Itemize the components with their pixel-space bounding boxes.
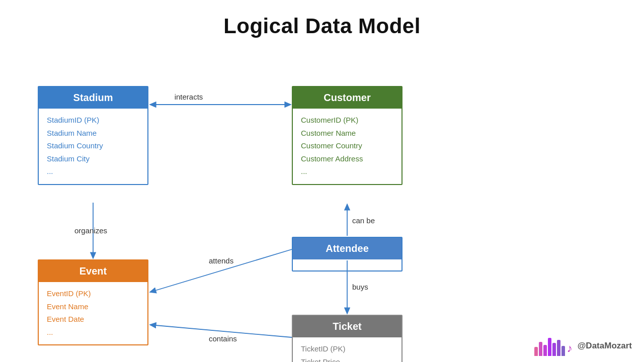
customer-body: CustomerID (PK) Customer Name Customer C…	[293, 109, 401, 184]
field: ...	[301, 165, 393, 178]
ticket-body: TicketID (PK) Ticket Price Ticket Catego…	[293, 337, 401, 362]
arrow-contains	[150, 325, 292, 337]
branding: ♪ @DataMozart	[534, 336, 632, 356]
attendee-body	[293, 259, 401, 270]
brand-logo: ♪	[534, 336, 573, 356]
ticket-header: Ticket	[293, 316, 401, 337]
label-contains: contains	[209, 334, 237, 343]
field: ...	[47, 165, 139, 178]
field: Ticket Price	[301, 355, 393, 363]
field: ...	[47, 326, 139, 339]
field: CustomerID (PK)	[301, 114, 393, 127]
label-organizes: organizes	[74, 226, 107, 235]
page-title: Logical Data Model	[0, 0, 644, 43]
entity-stadium: Stadium StadiumID (PK) Stadium Name Stad…	[38, 86, 148, 185]
field: Customer Address	[301, 152, 393, 165]
stadium-header: Stadium	[39, 87, 147, 109]
label-attends: attends	[209, 256, 233, 265]
field: Stadium City	[47, 152, 139, 165]
event-body: EventID (PK) Event Name Event Date ...	[39, 282, 147, 344]
field: Customer Country	[301, 139, 393, 152]
brand-name-text: @DataMozart	[578, 341, 632, 351]
entity-ticket: Ticket TicketID (PK) Ticket Price Ticket…	[292, 315, 403, 362]
field: StadiumID (PK)	[47, 114, 139, 127]
field: Stadium Name	[47, 127, 139, 140]
event-header: Event	[39, 260, 147, 282]
attendee-header: Attendee	[293, 238, 401, 259]
field: EventID (PK)	[47, 287, 139, 300]
field: Customer Name	[301, 127, 393, 140]
label-interacts: interacts	[175, 93, 203, 101]
field: Event Date	[47, 313, 139, 326]
diagram-area: Stadium StadiumID (PK) Stadium Name Stad…	[0, 43, 644, 362]
entity-customer: Customer CustomerID (PK) Customer Name C…	[292, 86, 403, 185]
arrow-attends	[150, 249, 292, 292]
label-buys: buys	[352, 283, 368, 291]
entity-event: Event EventID (PK) Event Name Event Date…	[38, 259, 148, 345]
field: Stadium Country	[47, 139, 139, 152]
field: Event Name	[47, 300, 139, 313]
label-can-be: can be	[352, 216, 375, 225]
stadium-body: StadiumID (PK) Stadium Name Stadium Coun…	[39, 109, 147, 184]
field: TicketID (PK)	[301, 342, 393, 355]
entity-attendee: Attendee	[292, 237, 403, 272]
customer-header: Customer	[293, 87, 401, 109]
